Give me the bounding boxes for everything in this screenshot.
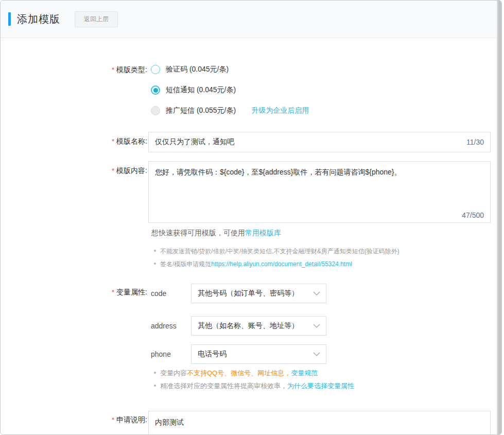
vertical-scrollbar[interactable] <box>497 1 501 434</box>
chevron-down-icon <box>313 324 320 328</box>
required-mark: * <box>112 288 114 296</box>
spec-doc-link[interactable]: https://help.aliyun.com/document_detail/… <box>211 260 352 268</box>
template-content-counter: 47/500 <box>462 211 484 219</box>
template-name-label: *模版名称: <box>1 137 147 146</box>
variable-type-select-code[interactable]: 其他号码（如订单号、密码等） <box>191 284 326 303</box>
template-name-input[interactable] <box>149 132 490 152</box>
chevron-down-icon <box>313 291 320 295</box>
radio-label: 验证码 (0.045元/条) <box>166 65 229 74</box>
radio-label: 推广短信 (0.055元/条) <box>166 106 236 115</box>
bullet-dot <box>154 263 156 265</box>
variable-type-select-phone[interactable]: 电话号码 <box>191 344 326 364</box>
variable-attribute-note: 精准选择对应的变量属性将提高审核效率， 为什么要选择变量属性 <box>154 382 354 390</box>
radio-option-sms-notification[interactable]: 短信通知 (0.045元/条) <box>151 83 236 97</box>
chevron-down-icon <box>313 352 320 356</box>
variable-spec-link[interactable]: 变量规范 <box>291 369 318 377</box>
template-content-textarea[interactable]: 您好，请凭取件码：${code}，至${address}取件，若有问题请咨询${… <box>149 162 490 222</box>
back-button[interactable]: 返回上层 <box>75 11 118 27</box>
required-mark: * <box>112 167 114 175</box>
variable-name: address <box>151 316 177 336</box>
select-value: 其他号码（如订单号、密码等） <box>198 289 299 298</box>
template-name-field: 11/30 <box>148 132 491 152</box>
required-mark: * <box>112 137 114 145</box>
bullet-dot <box>154 385 156 387</box>
required-mark: * <box>112 416 114 424</box>
variables-label: *变量属性: <box>1 288 147 297</box>
template-content-label: *模版内容: <box>1 166 147 176</box>
content-spec-note: 签名/模版申请规范 https://help.aliyun.com/docume… <box>154 260 352 268</box>
variable-name: phone <box>151 344 171 364</box>
add-template-page: 添加模版 返回上层 *模版类型: 验证码 (0.045元/条) 短信通知 (0.… <box>0 0 502 435</box>
radio-unselected-icon[interactable] <box>151 65 160 74</box>
radio-dot <box>153 88 158 93</box>
application-note-textarea[interactable]: 内部测试 <box>149 411 490 435</box>
content-rule-note: 不能发送营销/贷款/借款/中奖/抽奖类短信,不支持金融理财&房产通知类短信(验证… <box>154 247 399 255</box>
radio-option-promo-sms: 推广短信 (0.055元/条) 升级为企业后启用 <box>151 103 309 118</box>
application-note-label: *申请说明: <box>1 415 147 425</box>
radio-option-verification-code[interactable]: 验证码 (0.045元/条) <box>151 62 229 77</box>
why-choose-attribute-link[interactable]: 为什么要选择变量属性 <box>287 382 354 390</box>
select-value: 其他（如名称、账号、地址等） <box>198 321 299 330</box>
variable-name: code <box>151 284 166 303</box>
page-header: 添加模版 返回上层 <box>1 1 501 38</box>
template-content-field: 您好，请凭取件码：${code}，至${address}取件，若有问题请咨询${… <box>148 161 491 223</box>
variable-warning-text: 不支持QQ号、微信号、网址信息， <box>187 369 291 377</box>
radio-disabled-icon <box>151 106 160 115</box>
template-type-label: *模版类型: <box>1 65 147 75</box>
variable-type-select-address[interactable]: 其他（如名称、账号、地址等） <box>191 316 326 336</box>
bullet-dot <box>154 372 156 374</box>
upgrade-enterprise-link[interactable]: 升级为企业后启用 <box>251 106 309 115</box>
title-accent-bar <box>8 12 11 26</box>
template-library-hint: 想快速获得可用模版，可使用常用模版库 <box>151 229 281 238</box>
application-note-field: 内部测试 <box>148 411 491 435</box>
common-template-library-link[interactable]: 常用模版库 <box>245 229 281 237</box>
bullet-dot <box>154 250 156 252</box>
select-value: 电话号码 <box>198 350 227 359</box>
variable-content-note: 变量内容 不支持QQ号、微信号、网址信息， 变量规范 <box>154 369 318 377</box>
template-name-counter: 11/30 <box>466 132 484 152</box>
page-title: 添加模版 <box>17 12 60 26</box>
radio-selected-icon[interactable] <box>151 85 160 95</box>
required-mark: * <box>112 66 114 74</box>
radio-label: 短信通知 (0.045元/条) <box>166 85 236 95</box>
